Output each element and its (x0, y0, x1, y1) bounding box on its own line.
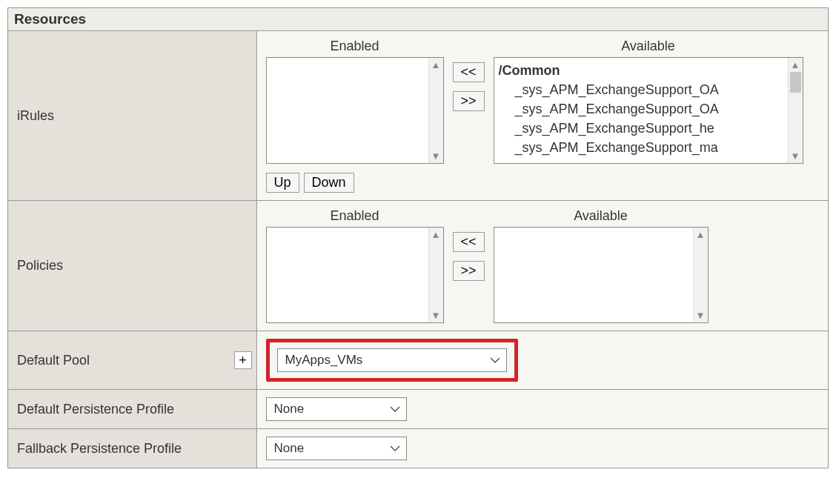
list-item[interactable]: _sys_APM_ExchangeSupport_he (499, 119, 783, 138)
policies-available-header: Available (494, 208, 709, 227)
scroll-up-icon[interactable]: ▲ (791, 58, 800, 72)
scrollbar[interactable]: ▲ ▼ (428, 58, 443, 163)
down-button[interactable]: Down (304, 173, 354, 193)
irules-label: iRules (8, 31, 256, 201)
scroll-down-icon[interactable]: ▼ (431, 149, 441, 163)
policies-enabled-listbox[interactable]: ▲ ▼ (266, 227, 444, 323)
resources-table: iRules Enabled ▲ ▼ (8, 31, 828, 468)
policies-label: Policies (8, 201, 256, 331)
scroll-thumb[interactable] (790, 72, 801, 93)
irules-value: Enabled ▲ ▼ Up Down (256, 31, 828, 201)
fallback-persistence-label: Fallback Persistence Profile (8, 429, 256, 468)
irules-enabled-listbox[interactable]: ▲ ▼ (266, 57, 444, 164)
list-item[interactable]: _sys_APM_ExchangeSupport_ma (499, 138, 783, 157)
scroll-up-icon[interactable]: ▲ (431, 228, 441, 242)
default-persistence-select[interactable]: None (266, 397, 407, 421)
chevron-down-icon (390, 402, 400, 417)
fallback-persistence-value: None (256, 429, 828, 468)
default-persistence-selected: None (274, 402, 305, 417)
chevron-down-icon (490, 353, 500, 368)
fallback-persistence-selected: None (274, 441, 305, 456)
default-persistence-value: None (256, 390, 828, 429)
scroll-up-icon[interactable]: ▲ (696, 228, 706, 242)
add-pool-button[interactable]: + (234, 351, 252, 369)
default-pool-value: MyApps_VMs (256, 331, 828, 390)
move-right-button[interactable]: >> (453, 91, 485, 111)
list-group[interactable]: /Common (499, 61, 783, 80)
default-pool-label-text: Default Pool (17, 353, 90, 368)
fallback-persistence-select[interactable]: None (266, 437, 407, 460)
scroll-up-icon[interactable]: ▲ (431, 58, 441, 72)
default-pool-selected: MyApps_VMs (285, 353, 363, 368)
move-left-button[interactable]: << (453, 62, 485, 82)
scroll-down-icon[interactable]: ▼ (431, 308, 441, 322)
scroll-down-icon[interactable]: ▼ (791, 149, 800, 163)
policies-enabled-header: Enabled (266, 208, 444, 227)
scrollbar[interactable]: ▲ ▼ (788, 58, 803, 163)
policies-available-listbox[interactable]: ▲ ▼ (494, 227, 709, 323)
scrollbar[interactable]: ▲ ▼ (428, 228, 443, 322)
default-pool-select[interactable]: MyApps_VMs (277, 348, 507, 372)
policies-value: Enabled ▲ ▼ << >> (256, 201, 828, 331)
move-right-button[interactable]: >> (453, 261, 485, 281)
default-persistence-label: Default Persistence Profile (8, 390, 256, 429)
scrollbar[interactable]: ▲ ▼ (693, 228, 708, 322)
list-item[interactable]: _sys_APM_ExchangeSupport_OA (499, 80, 783, 99)
up-button[interactable]: Up (266, 173, 299, 193)
move-left-button[interactable]: << (453, 232, 485, 252)
resources-panel: Resources iRules Enabled ▲ ▼ (7, 7, 829, 468)
default-pool-label: Default Pool + (8, 331, 256, 390)
scroll-down-icon[interactable]: ▼ (696, 308, 706, 322)
irules-enabled-header: Enabled (266, 39, 444, 57)
list-item[interactable]: _sys_APM_ExchangeSupport_OA (499, 99, 783, 119)
section-title: Resources (8, 8, 828, 31)
irules-available-header: Available (494, 39, 803, 57)
default-pool-highlight: MyApps_VMs (266, 339, 518, 382)
chevron-down-icon (390, 441, 400, 456)
irules-available-listbox[interactable]: /Common _sys_APM_ExchangeSupport_OA _sys… (494, 57, 803, 164)
